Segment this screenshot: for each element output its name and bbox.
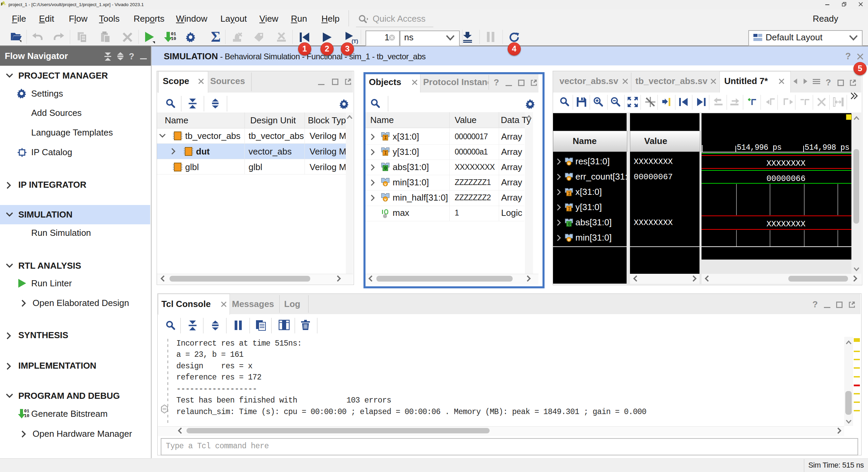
svg-text:(T): (T) bbox=[352, 38, 358, 44]
svg-text:01: 01 bbox=[171, 32, 176, 37]
svg-text:01: 01 bbox=[24, 409, 29, 414]
svg-text:10: 10 bbox=[24, 413, 29, 418]
svg-text:10: 10 bbox=[171, 36, 176, 41]
